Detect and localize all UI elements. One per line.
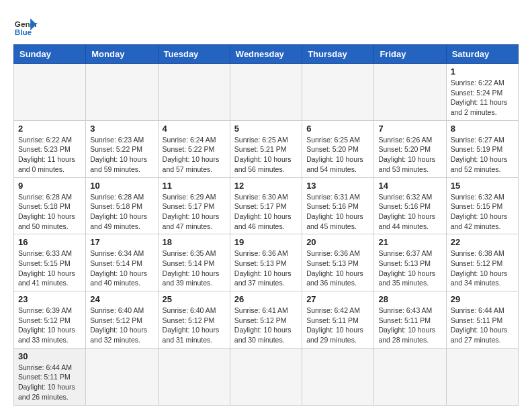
- day-content: Sunrise: 6:22 AM Sunset: 5:24 PM Dayligh…: [451, 78, 514, 118]
- calendar-cell: 5Sunrise: 6:25 AM Sunset: 5:21 PM Daylig…: [230, 120, 302, 177]
- day-number: 6: [306, 124, 369, 134]
- logo-icon: General Blue: [13, 13, 38, 38]
- day-number: 5: [234, 124, 298, 134]
- day-content: Sunrise: 6:23 AM Sunset: 5:22 PM Dayligh…: [90, 135, 153, 175]
- day-number: 10: [90, 181, 153, 191]
- day-content: Sunrise: 6:22 AM Sunset: 5:23 PM Dayligh…: [18, 135, 81, 175]
- calendar-cell: 1Sunrise: 6:22 AM Sunset: 5:24 PM Daylig…: [446, 64, 518, 121]
- day-content: Sunrise: 6:28 AM Sunset: 5:18 PM Dayligh…: [18, 192, 81, 232]
- calendar-cell: 26Sunrise: 6:41 AM Sunset: 5:12 PM Dayli…: [230, 291, 302, 349]
- calendar-cell: [158, 64, 230, 121]
- calendar-week-row: 16Sunrise: 6:33 AM Sunset: 5:15 PM Dayli…: [14, 234, 519, 291]
- weekday-header-thursday: Thursday: [302, 45, 374, 64]
- calendar-cell: 9Sunrise: 6:28 AM Sunset: 5:18 PM Daylig…: [14, 177, 86, 234]
- day-number: 11: [163, 181, 226, 191]
- calendar-cell: [230, 348, 302, 405]
- calendar-cell: 11Sunrise: 6:29 AM Sunset: 5:17 PM Dayli…: [158, 177, 230, 234]
- day-content: Sunrise: 6:30 AM Sunset: 5:17 PM Dayligh…: [234, 192, 298, 232]
- day-number: 7: [378, 124, 441, 134]
- day-number: 26: [234, 294, 298, 304]
- day-number: 25: [163, 294, 226, 304]
- calendar-cell: 20Sunrise: 6:36 AM Sunset: 5:13 PM Dayli…: [302, 234, 374, 291]
- day-content: Sunrise: 6:38 AM Sunset: 5:12 PM Dayligh…: [451, 248, 514, 288]
- page-header: General Blue: [13, 13, 519, 38]
- calendar-cell: [374, 64, 446, 121]
- calendar-cell: 30Sunrise: 6:44 AM Sunset: 5:11 PM Dayli…: [14, 348, 86, 405]
- day-number: 21: [378, 237, 441, 247]
- day-number: 27: [306, 294, 369, 304]
- day-number: 4: [163, 124, 226, 134]
- calendar-week-row: 2Sunrise: 6:22 AM Sunset: 5:23 PM Daylig…: [14, 120, 519, 177]
- weekday-header-tuesday: Tuesday: [158, 45, 230, 64]
- calendar-cell: 3Sunrise: 6:23 AM Sunset: 5:22 PM Daylig…: [86, 120, 158, 177]
- calendar-cell: 2Sunrise: 6:22 AM Sunset: 5:23 PM Daylig…: [14, 120, 86, 177]
- day-content: Sunrise: 6:35 AM Sunset: 5:14 PM Dayligh…: [163, 248, 226, 288]
- day-number: 8: [451, 124, 514, 134]
- weekday-header-row: SundayMondayTuesdayWednesdayThursdayFrid…: [14, 45, 519, 64]
- day-number: 18: [163, 237, 226, 247]
- day-content: Sunrise: 6:42 AM Sunset: 5:11 PM Dayligh…: [306, 306, 369, 345]
- day-number: 29: [451, 294, 514, 304]
- calendar-cell: 17Sunrise: 6:34 AM Sunset: 5:14 PM Dayli…: [86, 234, 158, 291]
- day-content: Sunrise: 6:31 AM Sunset: 5:16 PM Dayligh…: [306, 192, 369, 232]
- day-number: 30: [18, 351, 81, 361]
- day-content: Sunrise: 6:25 AM Sunset: 5:21 PM Dayligh…: [234, 135, 298, 175]
- calendar-cell: 6Sunrise: 6:25 AM Sunset: 5:20 PM Daylig…: [302, 120, 374, 177]
- day-number: 12: [234, 181, 298, 191]
- day-content: Sunrise: 6:44 AM Sunset: 5:11 PM Dayligh…: [451, 306, 514, 345]
- day-content: Sunrise: 6:36 AM Sunset: 5:13 PM Dayligh…: [234, 248, 298, 288]
- calendar-cell: 4Sunrise: 6:24 AM Sunset: 5:22 PM Daylig…: [158, 120, 230, 177]
- calendar-week-row: 23Sunrise: 6:39 AM Sunset: 5:12 PM Dayli…: [14, 291, 519, 349]
- calendar-cell: [374, 348, 446, 405]
- day-number: 9: [18, 181, 81, 191]
- calendar-cell: 27Sunrise: 6:42 AM Sunset: 5:11 PM Dayli…: [302, 291, 374, 349]
- day-number: 1: [451, 66, 514, 77]
- calendar-cell: [86, 348, 158, 405]
- calendar-cell: 21Sunrise: 6:37 AM Sunset: 5:13 PM Dayli…: [374, 234, 446, 291]
- day-number: 23: [18, 294, 81, 304]
- calendar-cell: 15Sunrise: 6:32 AM Sunset: 5:15 PM Dayli…: [446, 177, 518, 234]
- weekday-header-wednesday: Wednesday: [230, 45, 302, 64]
- day-content: Sunrise: 6:44 AM Sunset: 5:11 PM Dayligh…: [18, 363, 81, 402]
- calendar-table: SundayMondayTuesdayWednesdayThursdayFrid…: [13, 44, 519, 406]
- day-number: 17: [90, 237, 153, 247]
- calendar-cell: [86, 64, 158, 121]
- calendar-cell: 19Sunrise: 6:36 AM Sunset: 5:13 PM Dayli…: [230, 234, 302, 291]
- calendar-cell: 16Sunrise: 6:33 AM Sunset: 5:15 PM Dayli…: [14, 234, 86, 291]
- calendar-cell: 22Sunrise: 6:38 AM Sunset: 5:12 PM Dayli…: [446, 234, 518, 291]
- logo: General Blue: [13, 13, 38, 38]
- day-content: Sunrise: 6:26 AM Sunset: 5:20 PM Dayligh…: [378, 135, 441, 175]
- day-number: 16: [18, 237, 81, 247]
- day-content: Sunrise: 6:41 AM Sunset: 5:12 PM Dayligh…: [234, 306, 298, 345]
- day-number: 13: [306, 181, 369, 191]
- calendar-cell: [158, 348, 230, 405]
- day-number: 24: [90, 294, 153, 304]
- calendar-cell: 8Sunrise: 6:27 AM Sunset: 5:19 PM Daylig…: [446, 120, 518, 177]
- calendar-cell: 18Sunrise: 6:35 AM Sunset: 5:14 PM Dayli…: [158, 234, 230, 291]
- calendar-week-row: 9Sunrise: 6:28 AM Sunset: 5:18 PM Daylig…: [14, 177, 519, 234]
- weekday-header-monday: Monday: [86, 45, 158, 64]
- day-number: 22: [451, 237, 514, 247]
- calendar-cell: [446, 348, 518, 405]
- calendar-cell: 29Sunrise: 6:44 AM Sunset: 5:11 PM Dayli…: [446, 291, 518, 349]
- day-content: Sunrise: 6:37 AM Sunset: 5:13 PM Dayligh…: [378, 248, 441, 288]
- day-content: Sunrise: 6:32 AM Sunset: 5:15 PM Dayligh…: [451, 192, 514, 232]
- weekday-header-friday: Friday: [374, 45, 446, 64]
- calendar-cell: 14Sunrise: 6:32 AM Sunset: 5:16 PM Dayli…: [374, 177, 446, 234]
- day-content: Sunrise: 6:40 AM Sunset: 5:12 PM Dayligh…: [90, 306, 153, 345]
- calendar-cell: 28Sunrise: 6:43 AM Sunset: 5:11 PM Dayli…: [374, 291, 446, 349]
- day-number: 2: [18, 124, 81, 134]
- calendar-cell: 7Sunrise: 6:26 AM Sunset: 5:20 PM Daylig…: [374, 120, 446, 177]
- day-content: Sunrise: 6:24 AM Sunset: 5:22 PM Dayligh…: [163, 135, 226, 175]
- day-content: Sunrise: 6:28 AM Sunset: 5:18 PM Dayligh…: [90, 192, 153, 232]
- calendar-week-row: 30Sunrise: 6:44 AM Sunset: 5:11 PM Dayli…: [14, 348, 519, 405]
- calendar-cell: 24Sunrise: 6:40 AM Sunset: 5:12 PM Dayli…: [86, 291, 158, 349]
- calendar-cell: [302, 64, 374, 121]
- calendar-cell: 13Sunrise: 6:31 AM Sunset: 5:16 PM Dayli…: [302, 177, 374, 234]
- day-number: 3: [90, 124, 153, 134]
- calendar-cell: [302, 348, 374, 405]
- weekday-header-saturday: Saturday: [446, 45, 518, 64]
- calendar-cell: [14, 64, 86, 121]
- day-content: Sunrise: 6:32 AM Sunset: 5:16 PM Dayligh…: [378, 192, 441, 232]
- day-content: Sunrise: 6:34 AM Sunset: 5:14 PM Dayligh…: [90, 248, 153, 288]
